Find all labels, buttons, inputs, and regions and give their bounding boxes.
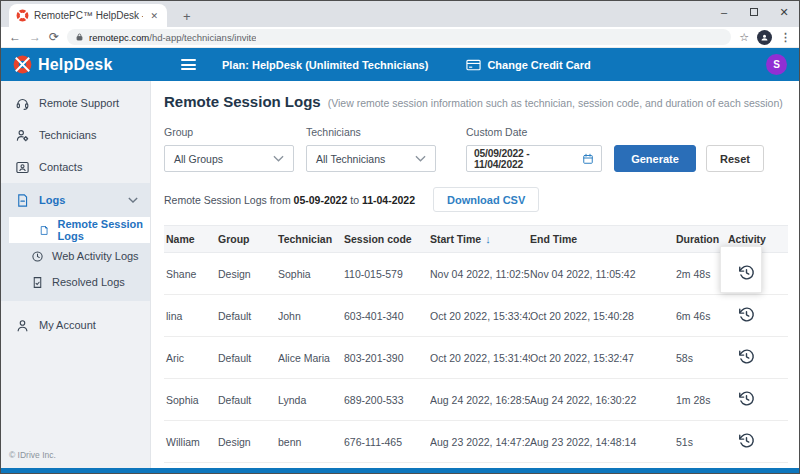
activity-history-icon[interactable] [738, 432, 755, 449]
reset-button[interactable]: Reset [706, 145, 764, 172]
sidebar-item-label: Logs [39, 194, 65, 206]
chevron-down-icon [415, 155, 426, 162]
cell-duration: 2m 48s [676, 253, 728, 295]
lock-icon [75, 32, 84, 42]
sidebar-item-technicians[interactable]: Technicians [1, 119, 150, 151]
brand-name: HelpDesk [38, 56, 113, 74]
cell-group: Default [218, 337, 278, 379]
account-person-icon [15, 318, 30, 333]
browser-toolbar: ← → ⟳ remotepc.com/hd-app/technicians/in… [1, 27, 799, 48]
window-maximize-button[interactable] [739, 1, 769, 23]
cell-session-code: 803-201-390 [344, 337, 430, 379]
brand-logo[interactable]: HelpDesk [13, 55, 163, 74]
sort-descending-icon[interactable]: ↓ [485, 233, 491, 245]
user-avatar[interactable]: S [766, 54, 787, 75]
sidebar-item-remote-session-logs[interactable]: Remote Session Logs [9, 217, 150, 243]
summary-text: Remote Session Logs from 05-09-2022 to 1… [164, 194, 415, 206]
page-subtitle: (View remote session information such as… [328, 97, 783, 109]
group-filter-label: Group [164, 126, 294, 138]
bookmark-star-icon[interactable]: ☆ [739, 31, 749, 44]
table-row: Aric Default Alice Maria 803-201-390 Oct… [164, 337, 788, 379]
cell-start-time: Aug 24 2022, 16:28:54 [430, 379, 530, 421]
technicians-select[interactable]: All Technicians [306, 145, 436, 172]
sidebar-item-remote-support[interactable]: Remote Support [1, 87, 150, 119]
logs-document-icon [15, 193, 30, 208]
sidebar-item-logs[interactable]: Logs [1, 183, 150, 217]
hamburger-menu-icon[interactable] [181, 59, 196, 70]
sidebar-item-contacts[interactable]: Contacts [1, 151, 150, 183]
url-path: /hd-app/technicians/invite [149, 32, 256, 43]
sidebar-logs-group: Logs Remote Session Logs Web Activity Lo… [1, 183, 150, 301]
col-duration[interactable]: Duration [676, 226, 728, 253]
generate-button[interactable]: Generate [614, 145, 696, 172]
bottom-accent-bar [1, 468, 799, 473]
table-row: William Design benn 676-111-465 Aug 23 2… [164, 421, 788, 463]
date-range-input[interactable]: 05/09/2022 - 11/04/2022 [466, 145, 602, 172]
cell-start-time: Nov 04 2022, 11:02:54 [430, 253, 530, 295]
maximize-icon [750, 8, 758, 16]
table-header-row: Name Group Technician Session code Start… [164, 226, 788, 253]
browser-window: RemotePC™ HelpDesk - Remote ✕ + – ✕ ← → … [0, 0, 800, 474]
group-select-value: All Groups [174, 153, 273, 165]
window-minimize-button[interactable]: – [709, 1, 739, 23]
back-button[interactable]: ← [9, 31, 21, 43]
activity-history-icon[interactable] [738, 306, 755, 323]
col-technician[interactable]: Technician [278, 226, 344, 253]
sidebar-item-label: Remote Session Logs [57, 218, 150, 242]
col-session-code[interactable]: Session code [344, 226, 430, 253]
col-group[interactable]: Group [218, 226, 278, 253]
copyright-text: © IDrive Inc. [1, 450, 150, 468]
sidebar-item-my-account[interactable]: My Account [1, 309, 150, 341]
col-activity[interactable]: Activity [728, 226, 788, 253]
address-bar[interactable]: remotepc.com/hd-app/technicians/invite [67, 29, 731, 45]
session-logs-table: Name Group Technician Session code Start… [164, 225, 786, 463]
sidebar-item-label: Remote Support [39, 97, 119, 109]
calendar-icon [582, 153, 594, 165]
group-select[interactable]: All Groups [164, 145, 294, 172]
page-title: Remote Session Logs [164, 93, 321, 110]
cell-group: Default [218, 295, 278, 337]
window-close-button[interactable]: ✕ [769, 1, 799, 23]
col-start-time[interactable]: Start Time↓ [430, 226, 530, 253]
activity-history-icon[interactable] [738, 348, 755, 365]
technicians-filter-label: Technicians [306, 126, 436, 138]
activity-history-icon[interactable] [738, 264, 755, 281]
cell-group: Design [218, 421, 278, 463]
cell-technician: benn [278, 421, 344, 463]
download-csv-button[interactable]: Download CSV [433, 187, 539, 212]
refresh-button[interactable]: ⟳ [49, 31, 59, 43]
col-end-time[interactable]: End Time [530, 226, 676, 253]
browser-tab[interactable]: RemotePC™ HelpDesk - Remote ✕ [9, 4, 167, 27]
chevron-down-icon [273, 155, 284, 162]
cell-duration: 51s [676, 421, 728, 463]
custom-date-label: Custom Date [466, 126, 602, 138]
filters-bar: Group All Groups Technicians All Technic… [164, 126, 786, 172]
sidebar-item-label: Web Activity Logs [52, 250, 139, 262]
cell-session-code: 603-401-340 [344, 295, 430, 337]
credit-card-icon [466, 59, 481, 71]
main-content: Remote Session Logs (View remote session… [151, 81, 799, 468]
col-name[interactable]: Name [164, 226, 218, 253]
cell-end-time: Oct 20 2022, 15:32:47 [530, 337, 676, 379]
cell-technician: John [278, 295, 344, 337]
cell-session-code: 110-015-579 [344, 253, 430, 295]
lifebuoy-logo-icon [13, 55, 32, 74]
summary-from-date: 05-09-2022 [294, 194, 348, 206]
activity-history-icon[interactable] [738, 390, 755, 407]
tab-close-icon[interactable]: ✕ [148, 11, 160, 21]
cell-name: Aric [164, 337, 218, 379]
clock-icon [31, 250, 44, 263]
browser-profile-avatar[interactable] [757, 30, 772, 45]
cell-start-time: Aug 23 2022, 14:47:23 [430, 421, 530, 463]
browser-menu-icon[interactable]: ⋮ [780, 31, 791, 44]
new-tab-button[interactable]: + [177, 9, 197, 27]
person-icon [760, 33, 769, 42]
date-range-value: 05/09/2022 - 11/04/2022 [474, 148, 577, 170]
sidebar-item-resolved-logs[interactable]: Resolved Logs [1, 269, 150, 295]
cell-name: Shane [164, 253, 218, 295]
cell-end-time: Aug 23 2022, 14:48:14 [530, 421, 676, 463]
technicians-select-value: All Technicians [316, 153, 415, 165]
sidebar-item-web-activity-logs[interactable]: Web Activity Logs [1, 243, 150, 269]
forward-button[interactable]: → [29, 31, 41, 43]
change-credit-card-button[interactable]: Change Credit Card [466, 59, 590, 71]
